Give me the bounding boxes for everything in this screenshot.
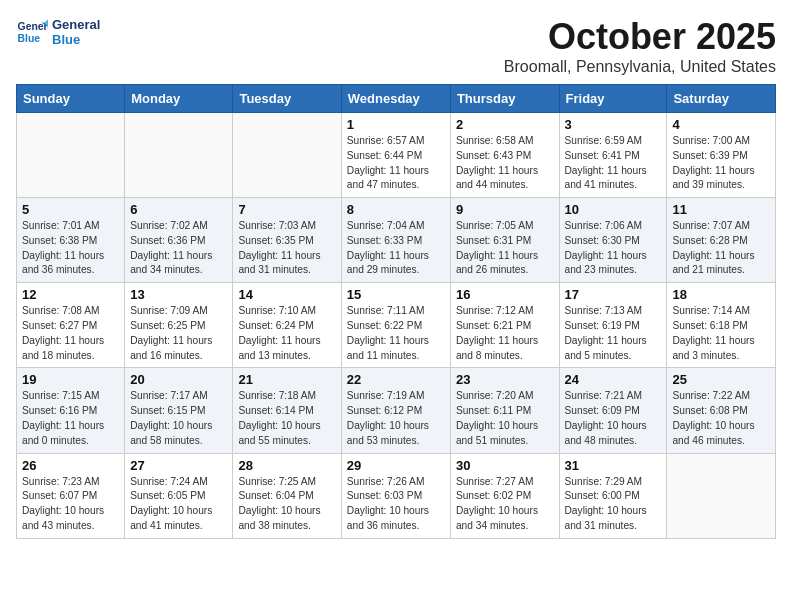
calendar-cell: 26Sunrise: 7:23 AMSunset: 6:07 PMDayligh… [17, 453, 125, 538]
calendar-week-row: 26Sunrise: 7:23 AMSunset: 6:07 PMDayligh… [17, 453, 776, 538]
day-number: 31 [565, 458, 662, 473]
day-info: Sunrise: 7:21 AMSunset: 6:09 PMDaylight:… [565, 389, 662, 448]
calendar-cell: 1Sunrise: 6:57 AMSunset: 6:44 PMDaylight… [341, 113, 450, 198]
logo: General Blue General Blue [16, 16, 100, 48]
calendar-cell: 22Sunrise: 7:19 AMSunset: 6:12 PMDayligh… [341, 368, 450, 453]
day-info: Sunrise: 7:04 AMSunset: 6:33 PMDaylight:… [347, 219, 445, 278]
day-info: Sunrise: 7:02 AMSunset: 6:36 PMDaylight:… [130, 219, 227, 278]
day-info: Sunrise: 7:24 AMSunset: 6:05 PMDaylight:… [130, 475, 227, 534]
day-number: 19 [22, 372, 119, 387]
day-info: Sunrise: 7:09 AMSunset: 6:25 PMDaylight:… [130, 304, 227, 363]
day-info: Sunrise: 7:22 AMSunset: 6:08 PMDaylight:… [672, 389, 770, 448]
day-info: Sunrise: 7:15 AMSunset: 6:16 PMDaylight:… [22, 389, 119, 448]
day-number: 27 [130, 458, 227, 473]
day-number: 10 [565, 202, 662, 217]
calendar-cell: 6Sunrise: 7:02 AMSunset: 6:36 PMDaylight… [125, 198, 233, 283]
weekday-header: Saturday [667, 85, 776, 113]
logo-icon: General Blue [16, 16, 48, 48]
calendar-cell: 18Sunrise: 7:14 AMSunset: 6:18 PMDayligh… [667, 283, 776, 368]
calendar-cell: 7Sunrise: 7:03 AMSunset: 6:35 PMDaylight… [233, 198, 341, 283]
calendar-cell: 14Sunrise: 7:10 AMSunset: 6:24 PMDayligh… [233, 283, 341, 368]
weekday-header: Tuesday [233, 85, 341, 113]
day-info: Sunrise: 7:05 AMSunset: 6:31 PMDaylight:… [456, 219, 554, 278]
day-info: Sunrise: 7:13 AMSunset: 6:19 PMDaylight:… [565, 304, 662, 363]
logo-line2: Blue [52, 32, 100, 47]
day-number: 2 [456, 117, 554, 132]
day-info: Sunrise: 6:59 AMSunset: 6:41 PMDaylight:… [565, 134, 662, 193]
calendar-week-row: 1Sunrise: 6:57 AMSunset: 6:44 PMDaylight… [17, 113, 776, 198]
calendar-cell: 21Sunrise: 7:18 AMSunset: 6:14 PMDayligh… [233, 368, 341, 453]
calendar-cell: 17Sunrise: 7:13 AMSunset: 6:19 PMDayligh… [559, 283, 667, 368]
calendar-cell: 13Sunrise: 7:09 AMSunset: 6:25 PMDayligh… [125, 283, 233, 368]
calendar-cell: 5Sunrise: 7:01 AMSunset: 6:38 PMDaylight… [17, 198, 125, 283]
day-info: Sunrise: 7:14 AMSunset: 6:18 PMDaylight:… [672, 304, 770, 363]
calendar-cell: 27Sunrise: 7:24 AMSunset: 6:05 PMDayligh… [125, 453, 233, 538]
calendar-cell: 8Sunrise: 7:04 AMSunset: 6:33 PMDaylight… [341, 198, 450, 283]
weekday-header: Sunday [17, 85, 125, 113]
day-number: 7 [238, 202, 335, 217]
calendar-cell: 9Sunrise: 7:05 AMSunset: 6:31 PMDaylight… [450, 198, 559, 283]
day-info: Sunrise: 7:25 AMSunset: 6:04 PMDaylight:… [238, 475, 335, 534]
day-number: 23 [456, 372, 554, 387]
day-info: Sunrise: 7:11 AMSunset: 6:22 PMDaylight:… [347, 304, 445, 363]
day-number: 18 [672, 287, 770, 302]
page-header: General Blue General Blue October 2025 B… [16, 16, 776, 76]
day-number: 13 [130, 287, 227, 302]
day-number: 6 [130, 202, 227, 217]
calendar-cell [125, 113, 233, 198]
weekday-header: Monday [125, 85, 233, 113]
weekday-header: Thursday [450, 85, 559, 113]
calendar-title: October 2025 [504, 16, 776, 58]
day-info: Sunrise: 7:03 AMSunset: 6:35 PMDaylight:… [238, 219, 335, 278]
day-number: 5 [22, 202, 119, 217]
calendar-week-row: 12Sunrise: 7:08 AMSunset: 6:27 PMDayligh… [17, 283, 776, 368]
calendar-cell: 3Sunrise: 6:59 AMSunset: 6:41 PMDaylight… [559, 113, 667, 198]
day-info: Sunrise: 7:00 AMSunset: 6:39 PMDaylight:… [672, 134, 770, 193]
calendar-week-row: 5Sunrise: 7:01 AMSunset: 6:38 PMDaylight… [17, 198, 776, 283]
calendar-cell [17, 113, 125, 198]
day-number: 12 [22, 287, 119, 302]
day-number: 25 [672, 372, 770, 387]
title-block: October 2025 Broomall, Pennsylvania, Uni… [504, 16, 776, 76]
calendar-cell: 4Sunrise: 7:00 AMSunset: 6:39 PMDaylight… [667, 113, 776, 198]
calendar-cell: 24Sunrise: 7:21 AMSunset: 6:09 PMDayligh… [559, 368, 667, 453]
calendar-cell: 30Sunrise: 7:27 AMSunset: 6:02 PMDayligh… [450, 453, 559, 538]
calendar-cell: 19Sunrise: 7:15 AMSunset: 6:16 PMDayligh… [17, 368, 125, 453]
calendar-cell: 10Sunrise: 7:06 AMSunset: 6:30 PMDayligh… [559, 198, 667, 283]
day-number: 24 [565, 372, 662, 387]
calendar-cell: 28Sunrise: 7:25 AMSunset: 6:04 PMDayligh… [233, 453, 341, 538]
day-info: Sunrise: 7:19 AMSunset: 6:12 PMDaylight:… [347, 389, 445, 448]
day-number: 26 [22, 458, 119, 473]
day-info: Sunrise: 7:29 AMSunset: 6:00 PMDaylight:… [565, 475, 662, 534]
weekday-header-row: SundayMondayTuesdayWednesdayThursdayFrid… [17, 85, 776, 113]
day-number: 20 [130, 372, 227, 387]
day-number: 3 [565, 117, 662, 132]
calendar-cell: 2Sunrise: 6:58 AMSunset: 6:43 PMDaylight… [450, 113, 559, 198]
weekday-header: Friday [559, 85, 667, 113]
calendar-cell [667, 453, 776, 538]
day-info: Sunrise: 7:10 AMSunset: 6:24 PMDaylight:… [238, 304, 335, 363]
day-info: Sunrise: 7:06 AMSunset: 6:30 PMDaylight:… [565, 219, 662, 278]
day-info: Sunrise: 6:57 AMSunset: 6:44 PMDaylight:… [347, 134, 445, 193]
day-info: Sunrise: 7:26 AMSunset: 6:03 PMDaylight:… [347, 475, 445, 534]
calendar-cell: 25Sunrise: 7:22 AMSunset: 6:08 PMDayligh… [667, 368, 776, 453]
day-info: Sunrise: 7:20 AMSunset: 6:11 PMDaylight:… [456, 389, 554, 448]
day-number: 8 [347, 202, 445, 217]
day-number: 29 [347, 458, 445, 473]
svg-text:Blue: Blue [18, 33, 41, 44]
calendar-cell: 20Sunrise: 7:17 AMSunset: 6:15 PMDayligh… [125, 368, 233, 453]
day-number: 22 [347, 372, 445, 387]
day-info: Sunrise: 7:18 AMSunset: 6:14 PMDaylight:… [238, 389, 335, 448]
calendar-subtitle: Broomall, Pennsylvania, United States [504, 58, 776, 76]
day-info: Sunrise: 7:01 AMSunset: 6:38 PMDaylight:… [22, 219, 119, 278]
day-info: Sunrise: 7:27 AMSunset: 6:02 PMDaylight:… [456, 475, 554, 534]
day-number: 21 [238, 372, 335, 387]
day-number: 15 [347, 287, 445, 302]
day-number: 9 [456, 202, 554, 217]
weekday-header: Wednesday [341, 85, 450, 113]
day-number: 17 [565, 287, 662, 302]
day-number: 14 [238, 287, 335, 302]
calendar-cell: 16Sunrise: 7:12 AMSunset: 6:21 PMDayligh… [450, 283, 559, 368]
calendar-cell: 29Sunrise: 7:26 AMSunset: 6:03 PMDayligh… [341, 453, 450, 538]
day-number: 1 [347, 117, 445, 132]
